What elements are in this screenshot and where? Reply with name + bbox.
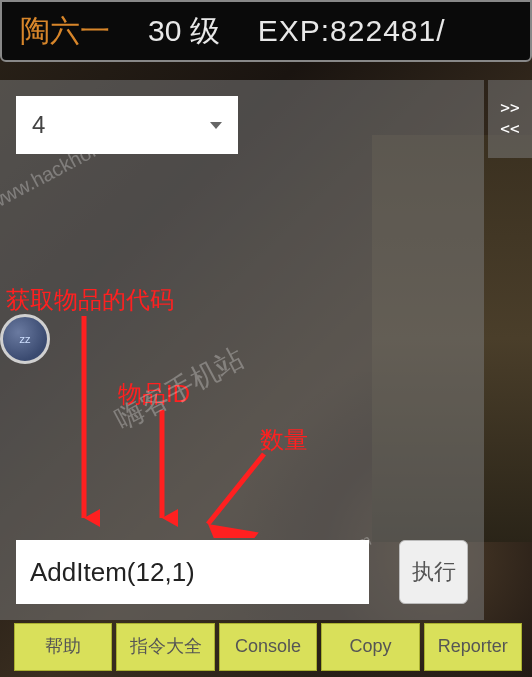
command-input[interactable] (16, 540, 369, 604)
chevron-down-icon (210, 122, 222, 129)
execute-button[interactable]: 执行 (399, 540, 468, 604)
copy-button[interactable]: Copy (321, 623, 419, 671)
console-panel: 4 执行 (0, 80, 484, 620)
dropdown-value: 4 (32, 111, 45, 139)
commands-list-button[interactable]: 指令大全 (116, 623, 214, 671)
exp-text: EXP:822481/ (258, 14, 446, 48)
side-toggle[interactable]: >> << (488, 80, 532, 158)
circle-label: zz (20, 333, 31, 345)
player-name: 陶六一 (20, 11, 110, 52)
help-button[interactable]: 帮助 (14, 623, 112, 671)
level-text: 30 级 (148, 11, 220, 52)
toggle-arrows-top: >> (500, 98, 519, 119)
command-row: 执行 (16, 540, 468, 604)
bottom-toolbar: 帮助 指令大全 Console Copy Reporter (14, 623, 522, 671)
status-header: 陶六一 30 级 EXP:822481/ (0, 0, 532, 62)
panel-body (16, 154, 468, 540)
toggle-arrows-bottom: << (500, 119, 519, 140)
floating-circle-button[interactable]: zz (0, 314, 50, 364)
reporter-button[interactable]: Reporter (424, 623, 522, 671)
dropdown-select[interactable]: 4 (16, 96, 238, 154)
console-button[interactable]: Console (219, 623, 317, 671)
